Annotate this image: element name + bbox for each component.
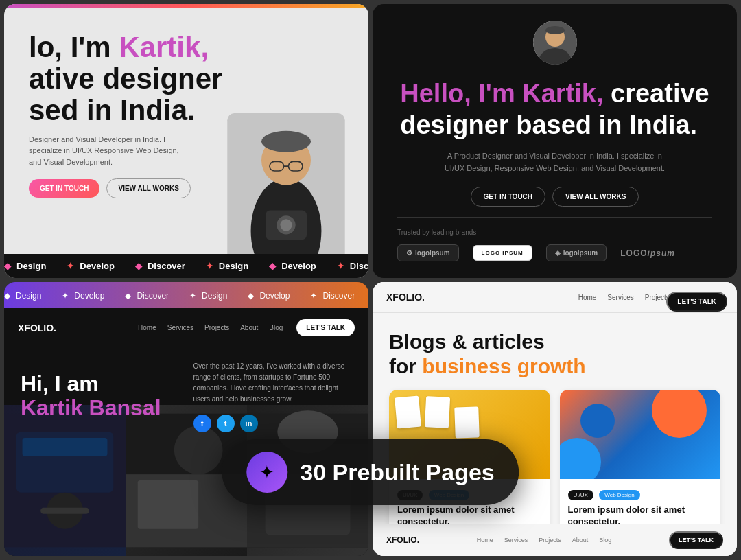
plus-icon-dark-2: ✦ [189, 291, 196, 301]
bio-description: Over the past 12 years, I've worked with… [193, 361, 353, 405]
hero-text-light: lo, I'm Kartik, ative designer sed in In… [29, 32, 344, 127]
marquee-item: ✦ Discover [337, 261, 368, 271]
card-blog-articles: XFOLIO. Home Services Projects About Blo… [373, 282, 737, 556]
nav-services-light[interactable]: Services [607, 294, 633, 301]
logo-item-2: LOGO IPSUM [473, 245, 532, 261]
marquee-item: ✦ Design [206, 261, 248, 271]
name-highlight-dark: Hello, I'm Kartik, [400, 79, 603, 108]
marquee-dark-item: ✦ Discover [310, 291, 355, 301]
diamond-icon: ◆ [135, 261, 142, 271]
logo-item-3: ◈ logolpsum [546, 244, 607, 261]
nav-home-light[interactable]: Home [578, 294, 597, 301]
geo-shape-darkblue [580, 404, 615, 438]
trusted-brands-section: Trusted by leading brands ⚙ logolpsum LO… [397, 217, 712, 261]
diamond-icon-dark-2: ◆ [125, 291, 131, 301]
logo-icon-3: ◈ [555, 249, 561, 257]
lets-talk-button-dark[interactable]: LET'S TALK [296, 319, 355, 336]
paper-item-1 [395, 396, 421, 429]
blog-tag-uiux-2: UI/UX [568, 490, 593, 500]
contact-button-light[interactable]: GET IN TOUCH [29, 179, 99, 198]
bio-content-area: Hi, I am Kartik Bansal Over the past 12 … [4, 347, 368, 446]
bio-right: Over the past 12 years, I've worked with… [193, 361, 353, 432]
bottom-nav-home[interactable]: Home [477, 537, 493, 544]
badge-label: 30 Prebuilt Pages [300, 459, 494, 486]
twitter-icon[interactable]: t [217, 415, 235, 432]
blog-title-line1: Blogs & articles [389, 330, 545, 353]
svg-point-9 [280, 219, 292, 231]
bottom-nav-about[interactable]: About [572, 537, 589, 544]
bottom-nav-blog[interactable]: Blog [599, 537, 611, 544]
marquee-dark-item: ✦ Develop [62, 291, 104, 301]
diamond-icon: ◆ [269, 261, 276, 271]
nav-logo-dark: XFOLIO. [18, 323, 56, 334]
star-icon: ✦ [337, 261, 344, 271]
brand-logos: ⚙ logolpsum LOGO IPSUM ◈ logolpsum LOGOi… [397, 244, 712, 261]
hero-subtitle-dark: A Product Designer and Visual Developer … [438, 150, 672, 174]
trusted-label: Trusted by leading brands [397, 229, 712, 236]
star-icon: ✦ [67, 261, 74, 271]
works-button-dark[interactable]: VIEW ALL WORKS [552, 187, 639, 207]
contact-button-dark[interactable]: GET IN TOUCH [471, 187, 545, 207]
badge-icon: ✦ [259, 462, 274, 483]
prebuilt-pages-badge: ✦ 30 Prebuilt Pages [222, 439, 519, 505]
star-icon: ✦ [206, 261, 213, 271]
nav-links-list-dark: Home Services Projects About Blog [138, 324, 283, 331]
logo-text-2: LOGO IPSUM [482, 250, 524, 256]
hero-heading-dark: Hello, I'm Kartik, creative designer bas… [400, 78, 709, 141]
card-light-portfolio: lo, I'm Kartik, ative designer sed in In… [4, 4, 368, 278]
diamond-icon-dark-3: ◆ [248, 291, 254, 301]
marquee-content: ◆ Design ✦ Develop ◆ Discover ✦ Design ◆… [4, 261, 368, 271]
nav-services-dark[interactable]: Services [167, 324, 193, 331]
marquee-dark-item: ◆ Develop [248, 291, 290, 301]
blog-title-section: Blogs & articles for business growth [373, 313, 737, 390]
logo-icon-1: ⚙ [406, 249, 412, 257]
bottom-nav-logo: XFOLIO. [386, 535, 419, 545]
works-button-light[interactable]: VIEW ALL WORKS [106, 178, 190, 198]
marquee-dark-item: ✦ Design [189, 291, 227, 301]
svg-point-12 [545, 26, 565, 34]
geo-shape-orange [652, 390, 707, 438]
bottom-nav-services[interactable]: Services [504, 537, 528, 544]
nav-bar-dark: XFOLIO. Home Services Projects About Blo… [4, 308, 368, 347]
card-dark-bio: ◆ Design ✦ Develop ◆ Discover ✦ Design ◆… [4, 282, 368, 556]
marquee-dark-content: ◆ Design ✦ Develop ◆ Discover ✦ Design ◆… [4, 291, 355, 301]
lets-talk-button-light-top[interactable]: LET'S TALK [666, 292, 727, 312]
title-line2: ative designer [29, 62, 222, 95]
paper-item-3 [454, 406, 480, 438]
marquee-item: ◆ Develop [269, 261, 316, 271]
linkedin-icon[interactable]: in [240, 415, 258, 432]
blog-tag-webdesign-2: Web Design [599, 490, 639, 500]
nav-blog-dark[interactable]: Blog [269, 324, 283, 331]
marquee-item: ◆ Design [4, 261, 46, 271]
marquee-dark-item: ◆ Discover [125, 291, 169, 301]
badge-icon-circle: ✦ [246, 452, 287, 493]
blog-card-image-2 [560, 390, 721, 479]
paper-items [396, 397, 479, 438]
marquee-item: ✦ Develop [67, 261, 115, 271]
person-photo-light [217, 113, 355, 278]
nav-about-dark[interactable]: About [240, 324, 258, 331]
nav-bar-light: XFOLIO. Home Services Projects About Blo… [373, 282, 737, 313]
avatar-dark [533, 21, 577, 65]
card-dark-portfolio: Hello, I'm Kartik, creative designer bas… [373, 4, 737, 278]
plus-icon-dark-3: ✦ [310, 291, 317, 301]
nav-logo-light: XFOLIO. [386, 292, 425, 303]
nav-home-dark[interactable]: Home [138, 324, 156, 331]
marquee-strip-light: ◆ Design ✦ Develop ◆ Discover ✦ Design ◆… [4, 254, 368, 278]
marquee-strip-dark: ◆ Design ✦ Develop ◆ Discover ✦ Design ◆… [4, 282, 368, 308]
plus-icon-dark: ✦ [62, 291, 69, 301]
social-icons: f t in [193, 415, 353, 432]
greeting-text: lo, I'm [29, 31, 119, 63]
hero-text-dark: Hello, I'm Kartik, creative designer bas… [400, 78, 709, 141]
facebook-icon[interactable]: f [193, 415, 211, 432]
lets-talk-button-bottom[interactable]: LET'S TALK [669, 531, 723, 549]
blog-heading: Blogs & articles for business growth [389, 329, 720, 379]
diamond-icon-dark: ◆ [4, 291, 10, 301]
diamond-icon: ◆ [4, 261, 11, 271]
bio-left: Hi, I am Kartik Bansal [21, 361, 180, 432]
paper-item-2 [425, 396, 450, 428]
nav-projects-dark[interactable]: Projects [204, 324, 229, 331]
bottom-nav-projects[interactable]: Projects [539, 537, 561, 544]
svg-point-3 [261, 131, 311, 152]
greeting-dark: Hi, I am [21, 372, 180, 396]
